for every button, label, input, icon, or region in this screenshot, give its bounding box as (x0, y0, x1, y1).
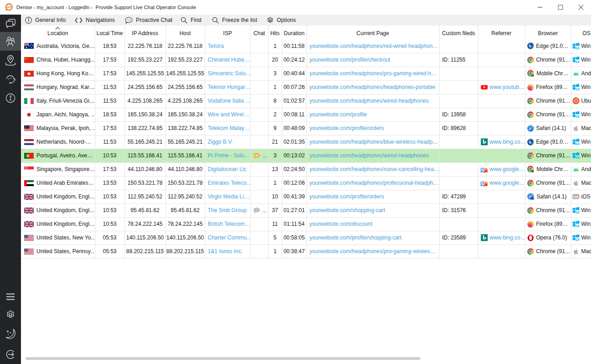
svg-text:M: M (531, 197, 534, 200)
svg-text:M: M (531, 170, 534, 173)
svg-text:10: 10 (575, 87, 579, 91)
svg-text:g: g (481, 179, 484, 187)
svg-text:g: g (481, 166, 484, 173)
svg-text:M: M (531, 74, 534, 77)
svg-text:10: 10 (575, 114, 579, 118)
svg-text:10: 10 (575, 156, 579, 159)
svg-text:10: 10 (575, 46, 579, 50)
svg-text:10: 10 (575, 238, 579, 241)
svg-text:10: 10 (575, 60, 579, 63)
svg-text:10: 10 (575, 224, 579, 228)
svg-text:iOS: iOS (573, 195, 579, 198)
svg-text:10: 10 (575, 210, 579, 214)
svg-text:10: 10 (575, 142, 579, 146)
